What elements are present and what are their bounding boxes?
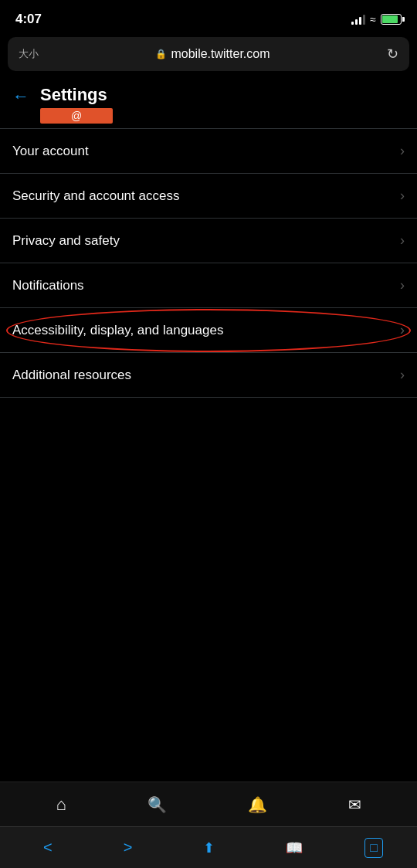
- wifi-icon: ≈: [370, 13, 376, 25]
- menu-item-label: Privacy and safety: [12, 233, 120, 249]
- chevron-right-icon: ›: [400, 322, 405, 338]
- menu-item-label: Accessibility, display, and languages: [12, 323, 223, 338]
- status-time: 4:07: [15, 12, 42, 27]
- lock-icon: 🔒: [155, 49, 167, 59]
- browser-bottom-bar: < > ⬆ 📖 □: [0, 826, 417, 868]
- menu-item-privacy[interactable]: Privacy and safety ›: [0, 219, 417, 263]
- back-button[interactable]: ←: [12, 86, 29, 107]
- chevron-right-icon: ›: [400, 188, 405, 204]
- menu-item-label: Your account: [12, 144, 89, 159]
- chevron-right-icon: ›: [400, 367, 405, 383]
- browser-url-bar[interactable]: 大小 🔒 mobile.twitter.com ↻: [8, 37, 409, 71]
- browser-bookmarks-button[interactable]: 📖: [276, 833, 312, 863]
- home-icon[interactable]: ⌂: [56, 795, 66, 815]
- menu-item-label: Notifications: [12, 278, 84, 293]
- browser-forward-button[interactable]: >: [114, 832, 142, 863]
- menu-item-your-account[interactable]: Your account ›: [0, 129, 417, 173]
- divider-6: [0, 397, 417, 398]
- settings-header: ← Settings @: [0, 74, 417, 128]
- notifications-icon[interactable]: 🔔: [248, 795, 267, 814]
- menu-item-label: Security and account access: [12, 188, 179, 204]
- chevron-right-icon: ›: [400, 143, 405, 159]
- browser-share-button[interactable]: ⬆: [194, 833, 224, 863]
- status-bar: 4:07 ≈: [0, 0, 417, 34]
- settings-title-block: Settings @: [40, 85, 113, 124]
- menu-item-accessibility[interactable]: Accessibility, display, and languages ›: [0, 308, 417, 352]
- battery-icon: [381, 14, 402, 25]
- username-badge: @: [40, 108, 113, 124]
- search-icon[interactable]: 🔍: [147, 795, 167, 814]
- url-text: mobile.twitter.com: [171, 47, 270, 61]
- status-icons: ≈: [351, 13, 402, 25]
- menu-item-notifications[interactable]: Notifications ›: [0, 263, 417, 307]
- chevron-right-icon: ›: [400, 277, 405, 293]
- font-size-label: 大小: [19, 47, 39, 61]
- chevron-right-icon: ›: [400, 232, 405, 249]
- refresh-icon[interactable]: ↻: [387, 46, 398, 63]
- menu-item-label: Additional resources: [12, 368, 131, 383]
- signal-icon: [351, 14, 365, 25]
- browser-back-button[interactable]: <: [34, 832, 62, 863]
- messages-icon[interactable]: ✉: [348, 795, 361, 814]
- menu-item-security[interactable]: Security and account access ›: [0, 174, 417, 218]
- bottom-nav: ⌂ 🔍 🔔 ✉: [0, 782, 417, 826]
- browser-tabs-button[interactable]: □: [364, 838, 383, 858]
- page-title: Settings: [40, 85, 113, 105]
- menu-item-resources[interactable]: Additional resources ›: [0, 353, 417, 397]
- url-area: 🔒 mobile.twitter.com: [39, 47, 387, 61]
